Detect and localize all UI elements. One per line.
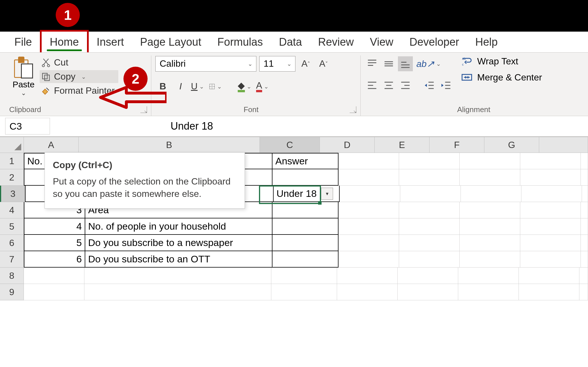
tab-insert[interactable]: Insert [89, 32, 132, 52]
cell-A6[interactable]: 5 [24, 235, 85, 251]
cell-F6[interactable] [460, 235, 520, 251]
orientation-button[interactable]: ab↗⌄ [422, 56, 437, 71]
copy-dropdown-icon[interactable]: ⌄ [80, 73, 88, 80]
cell-G1[interactable] [520, 153, 581, 169]
name-box[interactable]: C3 [5, 118, 50, 134]
cell-D4[interactable] [339, 202, 399, 218]
increase-font-size-button[interactable]: A˄ [298, 56, 313, 71]
cell-G8[interactable] [519, 268, 579, 284]
cell-E3[interactable] [400, 186, 461, 202]
cell-C1[interactable]: Answer [272, 153, 339, 169]
row-header-6[interactable]: 6 [0, 235, 24, 251]
column-header-B[interactable]: B [79, 137, 260, 153]
cell-G9[interactable] [519, 284, 579, 300]
column-header-F[interactable]: F [430, 137, 484, 153]
merge-center-button[interactable]: Merge & Center [461, 72, 542, 83]
cell-dropdown-button[interactable]: ▾ [321, 188, 333, 200]
cell-E5[interactable] [399, 218, 460, 235]
align-bottom-button[interactable] [398, 56, 413, 71]
align-middle-button[interactable] [381, 56, 396, 71]
align-center-button[interactable] [381, 78, 396, 93]
cell-E2[interactable] [399, 169, 460, 186]
cell-D5[interactable] [339, 218, 399, 235]
tab-file[interactable]: File [6, 32, 40, 52]
row-header-4[interactable]: 4 [0, 202, 24, 218]
increase-indent-button[interactable] [439, 78, 454, 93]
cell-C4[interactable] [272, 202, 339, 218]
row-header-2[interactable]: 2 [0, 169, 24, 186]
tab-review[interactable]: Review [310, 32, 362, 52]
copy-button[interactable]: Copy ⌄ [40, 70, 118, 83]
tab-data[interactable]: Data [271, 32, 310, 52]
underline-button[interactable]: U⌄ [191, 79, 206, 94]
decrease-indent-button[interactable] [422, 78, 437, 93]
cell-F9[interactable] [458, 284, 519, 300]
cell-F8[interactable] [458, 268, 519, 284]
align-left-button[interactable] [365, 78, 380, 93]
cell-B7[interactable]: Do you subscribe to an OTT [85, 251, 272, 268]
row-header-5[interactable]: 5 [0, 218, 24, 235]
borders-button[interactable]: ⌄ [209, 79, 224, 94]
align-top-button[interactable] [365, 56, 380, 71]
cell-D8[interactable] [337, 268, 398, 284]
cell-A5[interactable]: 4 [24, 218, 85, 235]
cell-G2[interactable] [520, 169, 581, 186]
cell-B6[interactable]: Do you subscribe to a newspaper [85, 235, 272, 251]
tab-help[interactable]: Help [467, 32, 506, 52]
font-size-combo[interactable]: 11 ⌄ [259, 56, 295, 72]
cell-D7[interactable] [339, 251, 399, 268]
cell-F7[interactable] [460, 251, 520, 268]
cell-C7[interactable] [272, 251, 339, 268]
tab-view[interactable]: View [362, 32, 401, 52]
cell-D3[interactable] [340, 186, 400, 202]
cell-G7[interactable] [520, 251, 581, 268]
cell-C8[interactable] [271, 268, 337, 284]
column-header-E[interactable]: E [375, 137, 430, 153]
paste-button[interactable]: Paste ⌄ [9, 55, 38, 97]
font-color-button[interactable]: A⌄ [256, 79, 271, 94]
row-header-9[interactable]: 9 [0, 284, 24, 300]
cell-F3[interactable] [461, 186, 521, 202]
cell-D1[interactable] [339, 153, 399, 169]
fill-color-button[interactable]: ◆⌄ [238, 79, 253, 94]
cut-button[interactable]: Cut [40, 56, 118, 69]
cell-D2[interactable] [339, 169, 399, 186]
cell-C2[interactable] [272, 169, 339, 186]
cell-A9[interactable] [24, 284, 84, 300]
wrap-text-button[interactable]: abc Wrap Text [461, 55, 542, 67]
cell-E8[interactable] [398, 268, 458, 284]
font-dialog-launcher[interactable] [350, 106, 356, 113]
font-name-combo[interactable]: Calibri ⌄ [155, 56, 256, 72]
column-header-A[interactable]: A [24, 137, 79, 153]
formula-bar-value[interactable]: Under 18 [50, 120, 588, 132]
italic-button[interactable]: I [173, 79, 188, 94]
select-all-corner[interactable] [0, 137, 24, 153]
cell-E7[interactable] [399, 251, 460, 268]
cell-D6[interactable] [339, 235, 399, 251]
cell-G5[interactable] [520, 218, 581, 235]
cell-B5[interactable]: No. of people in your household [85, 218, 272, 235]
cell-E1[interactable] [399, 153, 460, 169]
cell-G6[interactable] [520, 235, 581, 251]
cell-D9[interactable] [337, 284, 398, 300]
cell-C5[interactable] [272, 218, 339, 235]
cell-F1[interactable] [460, 153, 520, 169]
cell-F2[interactable] [460, 169, 520, 186]
cell-F4[interactable] [460, 202, 520, 218]
tab-page-layout[interactable]: Page Layout [132, 32, 209, 52]
cell-A8[interactable] [24, 268, 84, 284]
row-header-3[interactable]: 3 [0, 186, 25, 202]
cell-A7[interactable]: 6 [24, 251, 85, 268]
tab-developer[interactable]: Developer [401, 32, 467, 52]
cell-E9[interactable] [398, 284, 458, 300]
cell-G3[interactable] [521, 186, 582, 202]
column-header-D[interactable]: D [320, 137, 375, 153]
cell-E6[interactable] [399, 235, 460, 251]
cell-B8[interactable] [84, 268, 271, 284]
column-header-G[interactable]: G [484, 137, 539, 153]
cell-E4[interactable] [399, 202, 460, 218]
cell-C6[interactable] [272, 235, 339, 251]
row-header-1[interactable]: 1 [0, 153, 24, 169]
cell-F5[interactable] [460, 218, 520, 235]
tab-home[interactable]: Home [40, 30, 88, 54]
